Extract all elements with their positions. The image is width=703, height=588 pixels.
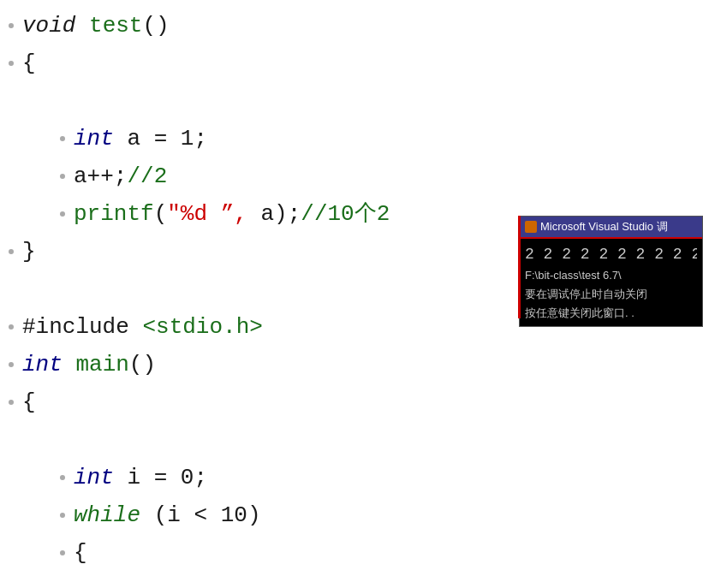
popup-title: Microsoft Visual Studio 调 [540, 219, 668, 235]
code-text: void test() [22, 7, 170, 45]
gutter [60, 136, 65, 141]
code-text: { [22, 45, 36, 82]
code-line: int main() [0, 346, 703, 383]
gutter-dot [9, 400, 14, 405]
gutter-dot [9, 324, 14, 330]
empty-line [0, 572, 703, 588]
gutter-dot [9, 61, 14, 66]
code-line: void test() [0, 7, 703, 45]
gutter-dot [60, 550, 65, 555]
popup-content: 2 2 2 2 2 2 2 2 2 2 F:\bit-class\test 6.… [520, 239, 702, 326]
gutter-dot [9, 362, 14, 367]
gutter-dot [9, 249, 14, 254]
popup-info2: 按任意键关闭此窗口. . [525, 304, 697, 323]
code-line: { [0, 534, 703, 572]
popup-numbers: 2 2 2 2 2 2 2 2 2 2 [525, 242, 697, 266]
popup-titlebar: Microsoft Visual Studio 调 [520, 217, 702, 239]
code-line: int a = 1; [0, 120, 703, 157]
gutter [9, 23, 14, 28]
gutter-dot [60, 513, 65, 518]
code-line: a++;//2 [0, 157, 703, 195]
vs-icon [525, 221, 537, 233]
gutter [9, 362, 14, 367]
code-text: a++;//2 [74, 157, 167, 195]
gutter [9, 400, 14, 405]
gutter-dot [60, 475, 65, 480]
code-line: while (i < 10) [0, 496, 703, 534]
code-line: { [0, 383, 703, 421]
code-text: printf("%d ”, a);//10个2 [74, 195, 390, 233]
gutter [60, 475, 65, 480]
popup-path: F:\bit-class\test 6.7\ [525, 266, 697, 285]
code-line: { [0, 45, 703, 82]
code-text: int i = 0; [74, 459, 207, 496]
code-text: { [22, 383, 36, 421]
gutter [60, 211, 65, 217]
gutter [60, 550, 65, 555]
gutter-dot [60, 136, 65, 141]
code-text: } [22, 233, 36, 270]
empty-line [0, 82, 703, 120]
code-line: int i = 0; [0, 459, 703, 496]
gutter [9, 61, 14, 66]
popup-red-border [518, 216, 521, 318]
code-text: int a = 1; [74, 120, 207, 157]
gutter-dot [9, 23, 14, 28]
popup-window: Microsoft Visual Studio 调 2 2 2 2 2 2 2 … [519, 216, 703, 327]
code-text: while (i < 10) [74, 496, 260, 534]
gutter [9, 249, 14, 254]
empty-line [0, 421, 703, 459]
code-text: { [74, 534, 87, 572]
code-text: #include <stdio.h> [22, 308, 263, 346]
gutter [9, 324, 14, 330]
gutter-dot [60, 211, 65, 217]
gutter-dot [60, 174, 65, 179]
gutter [60, 513, 65, 518]
gutter [60, 174, 65, 179]
code-text: int main() [22, 346, 156, 383]
popup-info1: 要在调试停止时自动关闭 [525, 285, 697, 304]
